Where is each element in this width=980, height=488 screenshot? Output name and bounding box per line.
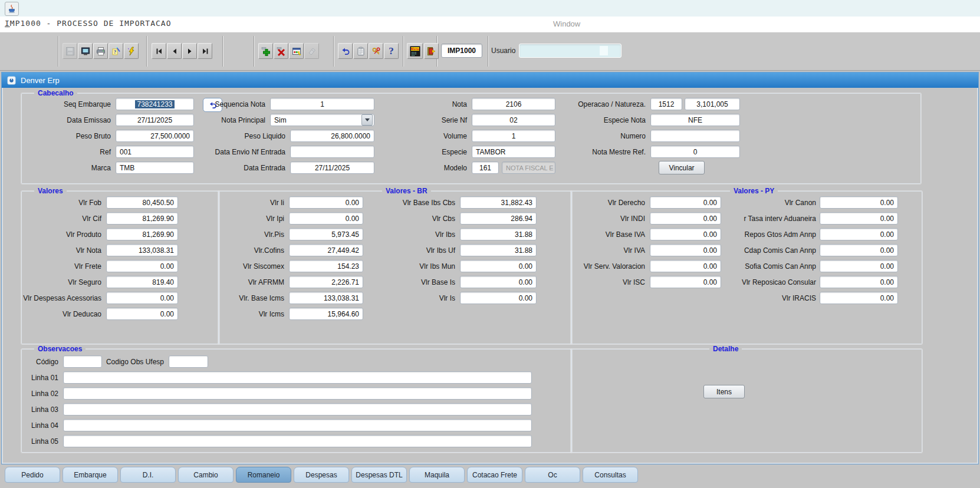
tab[interactable]: Consultas [583,467,638,483]
value-input[interactable]: 0.00 [650,196,721,209]
value-input[interactable]: 0.00 [460,292,537,304]
tab[interactable]: Despesas [294,467,349,483]
value-input[interactable]: 31,882.43 [460,196,537,209]
value-input[interactable]: 81,269.90 [106,212,178,225]
value-input[interactable]: 0.00 [650,276,721,288]
usuario-input[interactable] [519,44,621,58]
value-input[interactable]: 154.23 [289,260,363,272]
value-input[interactable]: 80,450.50 [106,196,178,209]
value-input[interactable]: 0.00 [650,244,721,256]
itens-button[interactable]: Itens [703,385,745,398]
window-titlebar[interactable]: Denver Erp [2,72,978,88]
chevron-down-icon[interactable] [361,114,373,126]
value-input[interactable]: 0.00 [106,308,178,320]
tab[interactable]: Maquila [409,467,465,483]
display-icon[interactable] [78,43,93,59]
serie-nf-input[interactable]: 02 [472,114,555,126]
help-wand-icon[interactable]: ? [108,43,123,59]
delete-record-icon[interactable] [274,43,288,59]
value-input[interactable]: 819.40 [106,276,178,288]
save-icon[interactable] [63,43,77,59]
codigo-obs-ufesp-input[interactable] [169,355,208,368]
value-input[interactable]: 0.00 [106,292,178,304]
nav-first-icon[interactable] [152,43,166,59]
lightning-icon[interactable] [124,43,139,59]
value-input[interactable]: 0.00 [820,276,898,288]
menu-icon[interactable]: Menu [407,43,423,59]
ref-input[interactable]: 001 [116,146,194,158]
value-input[interactable]: 2,226.71 [289,276,363,288]
natureza-input[interactable]: 3,101,005 [685,98,740,110]
value-input[interactable]: 0.00 [820,228,898,240]
seq-embarque-input[interactable]: 738241233 [116,98,194,110]
marca-input[interactable]: TMB [116,161,194,174]
tab[interactable]: Cotacao Frete [467,467,522,483]
question-icon[interactable]: ? [384,43,399,59]
nota-input[interactable]: 2106 [472,98,555,110]
print-icon[interactable] [93,43,108,59]
exit-icon[interactable] [424,43,439,59]
nota-principal-select[interactable]: Sim [270,114,374,126]
tab[interactable]: Pedido [5,467,60,483]
linha-input[interactable] [63,403,532,416]
codigo-input[interactable] [63,355,102,368]
tab[interactable]: D.I. [120,467,176,483]
eraser-icon[interactable] [304,43,319,59]
sequencia-nota-input[interactable]: 1 [270,98,374,110]
value-input[interactable]: 5,973.45 [289,228,363,240]
data-envio-input[interactable] [290,146,374,158]
value-input[interactable]: 0.00 [650,212,721,225]
value-input[interactable]: 0.00 [460,276,537,288]
nav-next-icon[interactable] [182,43,197,59]
operacao-input[interactable]: 1512 [650,98,682,110]
value-input[interactable]: 286.94 [460,212,537,225]
vincular-button[interactable]: Vincular [659,161,705,174]
data-emissao-input[interactable]: 27/11/2025 [116,114,194,126]
keys-icon[interactable] [369,43,383,59]
numero-input[interactable] [650,130,740,142]
tab[interactable]: Cambio [178,467,234,483]
add-record-icon[interactable] [258,43,273,59]
value-input[interactable]: 0.00 [820,196,898,209]
value-input[interactable]: 81,269.90 [106,228,178,240]
value-input[interactable]: 0.00 [650,260,721,272]
volume-input[interactable]: 1 [472,130,555,142]
value-input[interactable]: 0.00 [820,244,898,256]
clipboard-icon[interactable] [353,43,368,59]
linha-input[interactable] [63,419,532,431]
tab[interactable]: Romaneio [236,467,291,483]
modelo-input[interactable]: 161 [472,161,499,174]
value-input[interactable]: 0.00 [820,212,898,225]
value-input[interactable]: 0.00 [820,292,898,304]
module-code-field[interactable]: IMP1000 [441,44,482,58]
query-icon[interactable] [289,43,304,59]
value-input[interactable]: 133,038.31 [106,244,178,256]
nav-last-icon[interactable] [198,43,212,59]
value-input[interactable]: 0.00 [289,196,363,209]
peso-liquido-input[interactable]: 26,800.0000 [290,130,374,142]
value-input[interactable]: 0.00 [460,260,537,272]
value-input[interactable]: 27,449.42 [289,244,363,256]
peso-bruto-input[interactable]: 27,500.0000 [116,130,194,142]
nota-mestre-input[interactable]: 0 [650,146,740,158]
linha-input[interactable] [63,387,532,400]
window-menu[interactable]: Window [553,19,580,28]
tab[interactable]: Embarque [63,467,118,483]
tab[interactable]: Despesas DTL [351,467,407,483]
value-input[interactable]: 0.00 [106,260,178,272]
value-input[interactable]: 0.00 [289,212,363,225]
java-coffee-icon[interactable] [5,2,19,16]
tab[interactable]: Oc [525,467,580,483]
value-input[interactable]: 0.00 [650,228,721,240]
value-input[interactable]: 31.88 [460,244,537,256]
data-entrada-input[interactable]: 27/11/2025 [290,161,374,174]
value-input[interactable]: 0.00 [820,260,898,272]
value-input[interactable]: 15,964.60 [289,308,363,320]
value-input[interactable]: 133,038.31 [289,292,363,304]
value-input[interactable]: 31.88 [460,228,537,240]
linha-input[interactable] [63,371,532,384]
especie-input[interactable]: TAMBOR [472,146,555,158]
nav-prev-icon[interactable] [167,43,182,59]
undo-icon[interactable] [338,43,353,59]
especie-nota-input[interactable]: NFE [650,114,740,126]
